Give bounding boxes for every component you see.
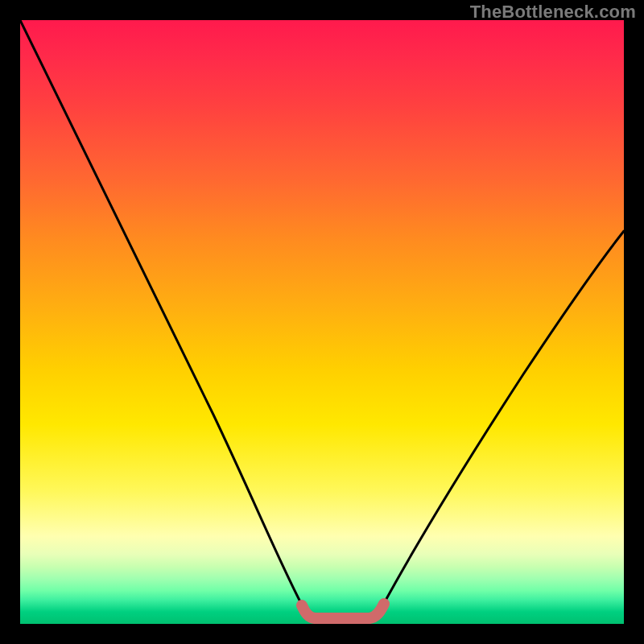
- flat-segment-highlight: [302, 604, 384, 618]
- attribution-text: TheBottleneck.com: [470, 2, 636, 23]
- plot-area: [20, 20, 624, 624]
- bottleneck-curve: [20, 20, 624, 617]
- curve-layer: [20, 20, 624, 624]
- chart-frame: TheBottleneck.com: [0, 0, 644, 644]
